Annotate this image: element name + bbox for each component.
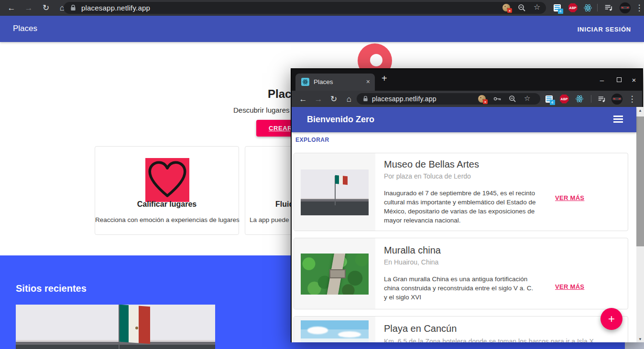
cookie-blocked-icon[interactable]: ×: [502, 4, 510, 11]
place-title: Muralla china: [384, 245, 441, 256]
playlist-extension-icon[interactable]: [602, 1, 615, 14]
feature-title: Calificar lugares: [95, 200, 239, 209]
notes-extension-icon[interactable]: 4: [542, 92, 556, 106]
outer-app-navbar: Places INICIAR SESIÓN: [0, 16, 644, 42]
playlist-extension-icon[interactable]: [595, 92, 608, 106]
cookie-blocked-badge: ×: [483, 99, 488, 104]
react-devtools-icon[interactable]: [581, 1, 594, 14]
place-title: Playa en Cancún: [384, 323, 457, 334]
reload-icon[interactable]: ↻: [39, 1, 53, 14]
inner-browser-window: Places × + – × ← → ↻ ⌂ placesapp.netlify…: [291, 68, 643, 342]
notes-extension-icon[interactable]: 4: [550, 1, 564, 14]
toolbar-separator: [597, 4, 598, 11]
feature-description: La app puede s: [250, 216, 294, 223]
address-bar[interactable]: placesapp.netlify.app × ☆: [357, 93, 540, 105]
browser-tab[interactable]: Places ×: [295, 74, 375, 91]
profile-avatar[interactable]: [618, 1, 632, 14]
login-button[interactable]: INICIAR SESIÓN: [578, 26, 631, 33]
maximize-button[interactable]: [612, 73, 626, 86]
screenshot-stage: ← → ↻ ⌂ placesapp.netlify.app × ☆ 4 ABP: [0, 0, 644, 349]
recent-sites-heading: Sitios recientes: [16, 283, 87, 294]
scrollbar-thumb[interactable]: [636, 116, 644, 246]
back-icon[interactable]: ←: [296, 92, 310, 106]
add-place-fab[interactable]: +: [600, 308, 622, 330]
bookmark-star-icon[interactable]: ☆: [524, 95, 530, 102]
feature-card-calificar: Calificar lugares Reacciona con emoción …: [95, 146, 239, 235]
inner-app-content: EXPLORAR Museo de Bellas Artes Por plaza…: [292, 132, 636, 342]
adblock-extension-icon[interactable]: ABP: [557, 92, 571, 106]
cookie-blocked-icon[interactable]: ×: [478, 95, 486, 103]
back-icon[interactable]: ←: [5, 1, 18, 14]
minimize-button[interactable]: –: [595, 73, 609, 86]
browser-menu-icon[interactable]: ⋮: [633, 1, 644, 14]
react-devtools-icon[interactable]: [573, 92, 586, 106]
place-title: Museo de Bellas Artes: [384, 159, 479, 170]
brand-title[interactable]: Places: [13, 24, 37, 33]
close-button[interactable]: ×: [627, 73, 641, 86]
place-subtitle: Por plaza en Toluca de Lerdo: [384, 172, 471, 180]
new-tab-button[interactable]: +: [382, 73, 387, 84]
scroll-down-icon[interactable]: ▼: [636, 336, 644, 342]
heart-icon: [145, 158, 189, 202]
section-label: EXPLORAR: [295, 137, 329, 143]
lock-icon: [363, 96, 368, 102]
zoom-out-icon[interactable]: [518, 4, 526, 12]
react-favicon: [301, 78, 309, 86]
hero-subtitle: Descubrir lugares de: [233, 106, 299, 114]
lock-icon: [70, 5, 76, 11]
inner-browser-toolbar: ← → ↻ ⌂ placesapp.netlify.app ×: [292, 91, 642, 107]
place-card-muralla[interactable]: Muralla china En Huairou, China La Gran …: [294, 238, 628, 309]
ver-mas-link[interactable]: VER MÁS: [555, 283, 584, 290]
adblock-extension-icon[interactable]: ABP: [566, 1, 579, 14]
place-subtitle: Km. 6.5 de la Zona hotelera donde se tom…: [384, 338, 594, 342]
toolbar-separator: [591, 95, 591, 103]
forward-icon[interactable]: →: [312, 92, 325, 106]
scroll-up-icon[interactable]: ▲: [636, 107, 644, 114]
tab-close-icon[interactable]: ×: [366, 78, 370, 85]
notes-extension-badge: 4: [558, 9, 563, 14]
address-bar[interactable]: placesapp.netlify.app × ☆: [64, 2, 546, 14]
place-image-museo: [294, 153, 375, 231]
tab-title: Places: [314, 78, 333, 85]
menu-hamburger-icon[interactable]: [613, 116, 623, 123]
reload-icon[interactable]: ↻: [327, 92, 340, 106]
url-text[interactable]: placesapp.netlify.app: [372, 95, 437, 103]
inner-app-navbar: Bienvenido Zero: [292, 107, 636, 132]
window-titlebar[interactable]: Places × + – ×: [292, 69, 642, 91]
ver-mas-link[interactable]: VER MÁS: [555, 194, 584, 201]
place-card-playa[interactable]: Playa en Cancún Km. 6.5 de la Zona hotel…: [294, 316, 628, 342]
bookmark-star-icon[interactable]: ☆: [534, 3, 540, 11]
home-icon[interactable]: ⌂: [342, 92, 356, 106]
outer-browser-toolbar: ← → ↻ ⌂ placesapp.netlify.app × ☆ 4 ABP: [0, 0, 644, 16]
notes-extension-badge: 4: [550, 100, 555, 105]
url-text[interactable]: placesapp.netlify.app: [81, 4, 150, 12]
feature-description: Reacciona con emoción a experiencias de …: [95, 216, 239, 223]
browser-menu-icon[interactable]: ⋮: [625, 92, 639, 106]
place-description: Inaugurado el 7 de septiembre de 1945, e…: [384, 189, 536, 225]
place-card-museo[interactable]: Museo de Bellas Artes Por plaza en Toluc…: [294, 153, 628, 231]
key-icon[interactable]: [493, 96, 501, 102]
place-image-muralla: [294, 238, 375, 309]
forward-icon[interactable]: →: [22, 1, 35, 14]
profile-avatar[interactable]: [610, 92, 623, 106]
place-description: La Gran muralla China es una antigua for…: [384, 275, 536, 302]
scrollbar[interactable]: ▲ ▼: [636, 107, 644, 342]
greeting-title: Bienvenido Zero: [307, 115, 374, 125]
place-image-playa: [294, 317, 375, 342]
cookie-blocked-badge: ×: [507, 8, 512, 13]
zoom-out-icon[interactable]: [509, 95, 516, 103]
recent-image-museo[interactable]: [16, 305, 215, 349]
place-subtitle: En Huairou, China: [384, 258, 438, 266]
